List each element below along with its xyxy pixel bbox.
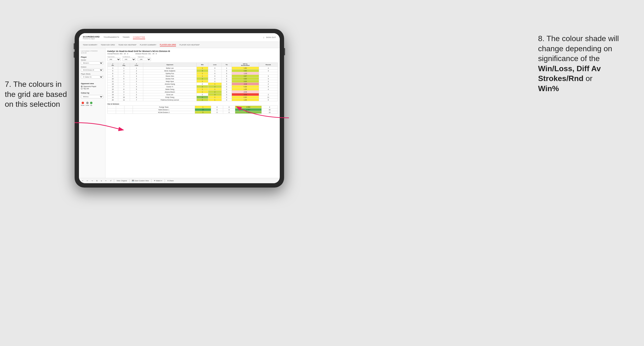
col-rounds: Rounds [259, 63, 278, 67]
col-win: Win [197, 63, 208, 67]
save-custom-button[interactable]: 💾 Save Custom View [131, 179, 150, 182]
paste-button[interactable]: ⧈ [100, 179, 103, 182]
opponent-view-title: Opponent view [81, 82, 103, 85]
sub-nav-player-h2h-heatmap[interactable]: PLAYER H2H HEATMAP [179, 43, 200, 46]
filter-opponent-label: Opponent [138, 56, 151, 57]
scissors-button[interactable]: ✂ [104, 179, 108, 182]
out-table-body: Foreign Team 1 0 0 4.500 2 NAIA Division… [108, 106, 278, 114]
legend-level-dot [86, 102, 88, 104]
last-updated: Last Updated: 27/03/2024 16:55:38 [81, 50, 103, 54]
watch-button[interactable]: 👁 Watch ▾ [153, 179, 163, 182]
table-row: 11 1 2 Heejo Hyun 1 0 0 3.33 3 [108, 80, 278, 83]
radio-opponents-played[interactable]: Opponents Played [81, 86, 103, 87]
table-row: 13 4 1 Jessica Huang 0 1 0 -3.00 2 [108, 83, 278, 85]
volume-down-button[interactable] [74, 52, 75, 58]
gender-select[interactable]: Women's [81, 61, 103, 65]
sub-nav-team-h2h-grid[interactable]: TEAM H2H GRID [101, 43, 115, 46]
annotation-left: 7. The colours in the grid are based on … [5, 79, 72, 109]
toolbar-divider-4 [165, 179, 165, 182]
redo-right-button[interactable]: ↪ [90, 179, 94, 182]
out-table-row: Foreign Team 1 0 0 4.500 2 [108, 106, 278, 108]
sub-nav-player-h2h-grid[interactable]: PLAYER H2H GRID [160, 43, 176, 46]
right-content: Katelyn Vo Head-to-Head Grid for Women's… [106, 48, 280, 178]
sub-nav-team-summary[interactable]: TEAM SUMMARY [83, 43, 98, 46]
filter-opponents-group: Opponents: (All) [107, 56, 120, 61]
division-record: Division Record: 331 - 34 - 6 [135, 53, 157, 55]
main-table-body: 3 1 1 Esther Lee 1 0 1 1.50 4 5 2 2 Alex… [108, 67, 278, 101]
legend-down: Down [81, 102, 84, 106]
filter-conference-label: Conference [122, 56, 136, 57]
sub-nav-team-h2h-heatmap[interactable]: TEAM H2H HEATMAP [118, 43, 136, 46]
table-row: 9 1 4 Sharon Mun 1 0 0 3.67 3 [108, 75, 278, 77]
radio-dot-opponents [81, 86, 82, 87]
save-icon: 💾 [132, 180, 134, 182]
main-data-table: #Div #Reg #Conf Opponent Win Loss Tie Di… [107, 62, 278, 101]
gender-label: Gender [81, 59, 103, 61]
filters-row: Opponents: (All) Conference (All) [107, 56, 278, 61]
annotation-bold2: Win% [538, 84, 559, 93]
filter-opponents-select[interactable]: (All) [107, 58, 120, 61]
view-original-button[interactable]: View: Original [116, 179, 128, 182]
annotation-right: 8. The colour shade will change dependin… [538, 34, 639, 94]
table-row: 16 3 1 Jessica Mason 1 2 0 -0.94 [108, 91, 278, 93]
out-table-row: NAIA Division 1 15 0 0 9.267 30 [108, 108, 278, 111]
volume-up-button[interactable] [74, 43, 75, 49]
refresh-button[interactable]: ↺ [109, 179, 112, 182]
colour-by-select[interactable]: Win/loss [81, 95, 103, 98]
toolbar-divider-1 [114, 179, 114, 182]
grid-title: Katelyn Vo Head-to-Head Grid for Women's… [107, 50, 278, 52]
legend-up: Up [90, 102, 92, 106]
table-row: 14 7 4 Eunice Yi 2 2 0 0.38 9 [108, 85, 278, 88]
col-loss: Loss [208, 63, 222, 67]
col-conf: #Conf [130, 63, 143, 67]
division-select[interactable]: NCAA Division III [81, 68, 103, 72]
copy-button[interactable]: ⧉ [95, 179, 98, 182]
left-sidebar: Last Updated: 27/03/2024 16:55:38 Player… [79, 48, 106, 178]
sub-nav-player-summary[interactable]: PLAYER SUMMARY [140, 43, 156, 46]
sign-out-button[interactable]: Sign out [266, 36, 276, 39]
share-button[interactable]: ⬆ Share [166, 179, 175, 182]
nav-right: | Sign out [264, 36, 276, 39]
legend: Down Level Up [81, 102, 103, 106]
legend-level: Level [86, 102, 89, 106]
filter-opponent-select[interactable]: (All) [138, 58, 151, 61]
undo-button[interactable]: ↩ [81, 179, 84, 182]
logo: SCOREBOARD Powered by clippd [83, 36, 100, 39]
player-section-title: Player [81, 56, 103, 58]
toolbar-divider-3 [151, 179, 152, 182]
player-rank-label: Player (Rank) [81, 73, 103, 75]
player-rank-select[interactable]: 8. Katelyn Vo [81, 75, 103, 79]
nav-committee[interactable]: COMMITTEE [133, 36, 145, 39]
nav-teams[interactable]: TEAMS [122, 36, 130, 39]
legend-down-dot [82, 102, 84, 104]
radio-top100[interactable]: Top 100 [81, 88, 103, 89]
nav-tournaments[interactable]: TOURNAMENTS [104, 36, 119, 39]
radio-dot-top100 [81, 88, 82, 89]
nav-divider-icon: | [264, 36, 264, 38]
col-reg: #Reg [118, 63, 130, 67]
main-content: Last Updated: 27/03/2024 16:55:38 Player… [79, 48, 280, 178]
filter-conference-select[interactable]: (All) [122, 58, 136, 61]
colour-by-title: Colour by [81, 92, 103, 94]
opponent-view-radio-group: Opponents Played Top 100 [81, 86, 103, 89]
grid-record: Overall Record: 353 - 34 - 6 Division Re… [107, 53, 278, 55]
power-button[interactable] [284, 48, 285, 55]
redo-left-button[interactable]: ↩ [86, 179, 89, 182]
out-division-table: Foreign Team 1 0 0 4.500 2 NAIA Division… [107, 106, 278, 114]
table-row: 19 10 6 Emily Chang 4 1 0 0.30 11 [108, 96, 278, 99]
tablet-frame: SCOREBOARD Powered by clippd TOURNAMENTS… [75, 29, 284, 187]
table-header-row: #Div #Reg #Conf Opponent Win Loss Tie Di… [108, 63, 278, 67]
legend-up-dot [90, 102, 92, 104]
col-tie: Tie [222, 63, 232, 67]
toolbar-divider-2 [129, 179, 130, 182]
filter-opponents-label: Opponents: [107, 56, 120, 57]
table-row: 20 11 7 Federica Domecq Lacroze 2 1 0 1.… [108, 99, 278, 101]
division-label: Division [81, 66, 103, 68]
out-of-division-label: Out of division [107, 103, 278, 105]
eye-icon: 👁 [154, 180, 156, 181]
table-row: 15 8 5 Stella Cheng 1 1 0 1.25 4 [108, 88, 278, 91]
col-diff: Diff AvStrokes/Rnd [232, 63, 259, 67]
tablet-screen: SCOREBOARD Powered by clippd TOURNAMENTS… [79, 33, 280, 183]
logo-main: SCOREBOARD [83, 36, 100, 38]
col-div: #Div [108, 63, 118, 67]
